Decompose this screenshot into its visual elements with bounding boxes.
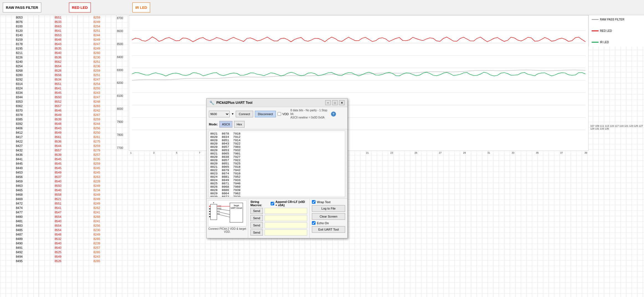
ir-data-value: 8268	[78, 215, 116, 219]
ir-data-value: 8265	[78, 237, 116, 241]
info-icon[interactable]: ?	[331, 112, 336, 117]
serial-data-value: 8071	[222, 182, 229, 185]
macro-send-4[interactable]: Send	[250, 229, 263, 236]
dialog-titlebar: 🔧 PICkit2Plus UART Tool – □ ✕	[207, 99, 347, 107]
echo-on-text: Echo On	[317, 221, 329, 225]
chart-x-label: 7	[199, 151, 200, 156]
ir-data-value: 8230	[78, 55, 116, 60]
append-crlf-label[interactable]: Append CR+LF (x0D + x0A)	[271, 200, 307, 207]
ir-data-value: 8249	[78, 46, 116, 51]
serial-data-value: 7903	[233, 145, 240, 149]
serial-output[interactable]: 8021807879188020803479128020805179148020…	[209, 131, 345, 197]
chart-x-label: 37	[560, 151, 563, 156]
serial-data-value: 7962	[233, 192, 240, 195]
ir-data-value: 8239	[78, 241, 116, 246]
vdd-checkbox-label[interactable]: VDD	[278, 112, 289, 116]
chart-x-label-right: 127	[639, 125, 643, 127]
echo-on-label[interactable]: Echo On	[312, 221, 345, 225]
legend-ir: IR LED	[592, 41, 641, 44]
hex-mode-button[interactable]: Hex	[234, 121, 245, 128]
serial-data-value: 8028	[210, 188, 217, 192]
exit-uart-button[interactable]: Exit UART Tool	[312, 226, 345, 233]
serial-data-value: 8079	[222, 169, 229, 172]
chart-yaxis: 8700860085008400830082008100800079007800…	[116, 15, 129, 151]
macro-row-1: Send	[250, 208, 307, 214]
macro-send-2[interactable]: Send	[250, 215, 263, 221]
macro-input-1[interactable]	[265, 208, 307, 214]
red-data-value: 8547	[39, 210, 77, 215]
ir-data-value: 8247	[78, 42, 116, 46]
serial-data-value: 8020	[210, 155, 217, 159]
legend-ir-line	[592, 42, 599, 43]
append-crlf-checkbox[interactable]	[271, 202, 274, 205]
red-data-value: 8551	[39, 15, 77, 20]
ir-data-value: 8247	[78, 95, 116, 99]
chart-x-label: 27	[439, 151, 442, 156]
dialog-controls[interactable]: – □ ✕	[325, 100, 345, 105]
raw-data-value: 8178	[0, 42, 39, 46]
red-data-value: 8521	[39, 197, 77, 201]
red-data-value: 8550	[39, 95, 77, 99]
red-data-value: 8545	[39, 161, 77, 166]
chart-x-label: 31	[487, 151, 490, 156]
macros-title: String Macros:	[250, 200, 268, 207]
serial-data-value: 8053	[222, 149, 229, 152]
chart-y-label: 8500	[117, 43, 128, 46]
log-to-file-button[interactable]: Log to File	[312, 205, 345, 212]
macro-row-3: Send	[250, 222, 307, 228]
svg-rect-11	[209, 206, 211, 207]
red-data-value: 8540	[39, 179, 77, 184]
minimize-button[interactable]: –	[325, 100, 331, 105]
serial-data-value: 7939	[233, 188, 240, 192]
vdd-checkbox[interactable]	[278, 112, 281, 116]
ascii-mode-button[interactable]: ASCII	[219, 121, 232, 128]
legend-raw-label: RAW PASS FILTER	[600, 18, 624, 21]
maximize-button[interactable]: □	[332, 100, 338, 105]
legend-ir-label: IR LED	[600, 41, 609, 44]
raw-data-value: 8432	[0, 148, 39, 153]
macro-input-2[interactable]	[265, 215, 307, 221]
serial-data-value: 8021	[210, 165, 217, 169]
svg-rect-12	[209, 208, 211, 210]
wrap-text-text: Wrap Text	[317, 200, 330, 204]
close-button[interactable]: ✕	[339, 100, 345, 105]
red-data-value: 8549	[39, 170, 77, 175]
serial-data-row: 802180657918	[210, 165, 344, 169]
ir-data-value: 8228	[78, 179, 116, 184]
serial-data-row: 802180657901	[210, 152, 344, 155]
circuit-svg: ▼ VDD GND TX RX Target UART Circuit	[209, 201, 245, 225]
macro-send-3[interactable]: Send	[250, 222, 263, 228]
serial-data-value: 8043	[222, 142, 229, 145]
echo-on-checkbox[interactable]	[312, 221, 315, 225]
red-data-value: 8551	[39, 82, 77, 86]
serial-data-value: 7927	[233, 155, 240, 159]
ir-data-value: 8243	[78, 254, 116, 259]
serial-data-row: 802080347912	[210, 135, 344, 139]
connect-button[interactable]: Connect	[236, 111, 253, 117]
chart-x-label: 5	[176, 151, 177, 156]
red-data-value: 8540	[39, 51, 77, 55]
ir-data-value: 8244	[78, 33, 116, 37]
macro-input-4[interactable]	[265, 229, 307, 236]
ir-data-value: 8242	[78, 108, 116, 113]
chart-x-label: 21	[366, 151, 369, 156]
serial-data-row: 802180787918	[210, 132, 344, 135]
red-data-value: 8525	[39, 250, 77, 254]
chart-x-label: 29	[463, 151, 466, 156]
red-data-value: 8540	[39, 241, 77, 246]
ir-data-value: 8275	[78, 139, 116, 144]
wrap-text-checkbox[interactable]	[312, 200, 315, 204]
serial-data-row: 802080517925	[210, 162, 344, 165]
raw-pass-filter-label: RAW PASS FILTER	[3, 2, 41, 12]
baud-rate-select[interactable]: 9600192003840057600115200	[209, 111, 230, 117]
serial-data-value: 7922	[233, 159, 240, 162]
chart-x-label: 3	[153, 151, 155, 156]
wrap-text-label[interactable]: Wrap Text	[312, 200, 345, 204]
dialog-title: PICkit2Plus UART Tool	[216, 101, 252, 105]
macro-input-3[interactable]	[265, 222, 307, 228]
raw-data-value: 8495	[0, 259, 39, 263]
serial-data-value: 8020	[210, 142, 217, 145]
macro-send-1[interactable]: Send	[250, 208, 263, 214]
clear-screen-button[interactable]: Clear Screen	[312, 213, 345, 220]
disconnect-button[interactable]: Disconnect	[255, 111, 276, 117]
